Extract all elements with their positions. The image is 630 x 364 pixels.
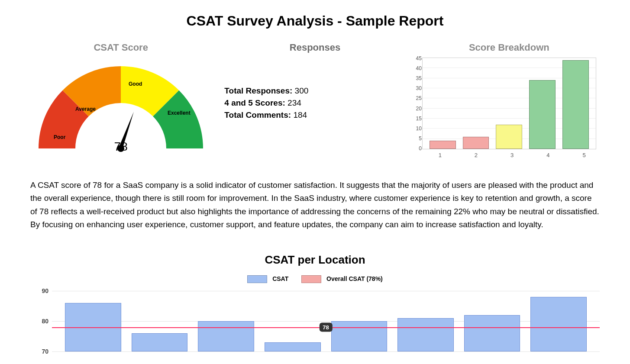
sb-y-tick: 45 <box>410 55 422 61</box>
loc-gridline <box>52 351 600 352</box>
gauge-label-good: Good <box>129 81 142 87</box>
reference-badge: 78 <box>319 322 332 332</box>
loc-bars <box>52 291 600 351</box>
legend-label: CSAT <box>272 275 288 282</box>
responses-title: Responses <box>224 42 405 53</box>
score-breakdown-chart: 454035302520151050 <box>422 58 596 149</box>
sb-x-axis: 12345 <box>419 149 606 158</box>
sb-bar-3 <box>496 125 522 149</box>
sb-bar-1 <box>430 141 456 149</box>
sb-y-tick: 5 <box>410 135 422 142</box>
loc-bar-7 <box>464 315 520 351</box>
csat-gauge: Poor Average Good Excellent 78 <box>34 58 207 161</box>
kv-total-responses: Total Responses: 300 <box>224 86 405 96</box>
legend-item-csat: CSAT <box>247 275 288 283</box>
sb-y-tick: 10 <box>410 126 422 132</box>
sb-bar-2 <box>463 137 489 149</box>
kv-total-comments: Total Comments: 184 <box>224 110 405 120</box>
legend-swatch-red-icon <box>301 275 321 283</box>
sb-bar-5 <box>562 60 589 149</box>
sb-y-tick: 30 <box>410 85 422 91</box>
score-breakdown-title: Score Breakdown <box>419 42 600 53</box>
location-legend: CSAT Overall CSAT (78%) <box>30 275 600 283</box>
sb-x-tick: 4 <box>533 152 562 158</box>
sb-x-tick: 1 <box>426 152 455 158</box>
loc-bar-4 <box>265 342 321 351</box>
sb-y-tick: 25 <box>410 95 422 101</box>
top-panels: CSAT Score Poor Average Good Excellent 7 <box>30 42 600 161</box>
gauge-label-average: Average <box>75 106 96 112</box>
sb-y-tick: 15 <box>410 116 422 122</box>
responses-panel: Responses Total Responses: 300 4 and 5 S… <box>224 42 405 122</box>
kv-4-5-scores: 4 and 5 Scores: 234 <box>224 98 405 108</box>
sb-bars <box>423 58 596 149</box>
kv-value: 234 <box>288 98 301 107</box>
loc-bar-3 <box>198 321 254 351</box>
gauge-title: CSAT Score <box>30 42 211 53</box>
loc-y-tick: 90 <box>36 287 48 294</box>
loc-bar-6 <box>397 318 454 351</box>
loc-y-tick: 80 <box>36 318 48 325</box>
sb-x-tick: 2 <box>462 152 491 158</box>
gauge-label-excellent: Excellent <box>168 110 191 116</box>
legend-swatch-blue-icon <box>247 275 267 283</box>
loc-y-tick: 70 <box>36 348 48 355</box>
sb-bar-4 <box>529 80 556 149</box>
analysis-paragraph: A CSAT score of 78 for a SaaS company is… <box>30 179 600 232</box>
sb-x-tick: 5 <box>569 152 598 158</box>
report-page: { "title": "CSAT Survey Analysis - Sampl… <box>0 0 630 364</box>
legend-label: Overall CSAT (78%) <box>326 275 383 282</box>
gauge-panel: CSAT Score Poor Average Good Excellent 7 <box>30 42 211 161</box>
kv-value: 300 <box>295 86 309 95</box>
gauge-label-poor: Poor <box>54 134 66 140</box>
sb-y-tick: 20 <box>410 106 422 112</box>
sb-y-axis: 454035302520151050 <box>410 55 422 151</box>
location-title: CSAT per Location <box>30 253 600 267</box>
page-title: CSAT Survey Analysis - Sample Report <box>30 13 600 29</box>
loc-y-axis: 908070 <box>36 287 48 355</box>
kv-label: 4 and 5 Scores: <box>224 98 285 107</box>
gauge-score-value: 78 <box>34 140 207 154</box>
legend-item-overall: Overall CSAT (78%) <box>301 275 383 283</box>
sb-x-tick: 3 <box>498 152 527 158</box>
loc-bar-2 <box>132 333 188 351</box>
sb-y-tick: 35 <box>410 75 422 81</box>
score-breakdown-panel: Score Breakdown 454035302520151050 12345 <box>419 42 600 158</box>
loc-bar-5 <box>331 321 388 351</box>
location-chart: 908070 78 <box>43 291 600 351</box>
kv-label: Total Comments: <box>224 110 291 119</box>
sb-y-tick: 40 <box>410 65 422 71</box>
loc-bar-8 <box>530 297 587 351</box>
kv-label: Total Responses: <box>224 86 292 95</box>
kv-value: 184 <box>293 110 307 119</box>
sb-y-tick: 0 <box>410 145 422 151</box>
